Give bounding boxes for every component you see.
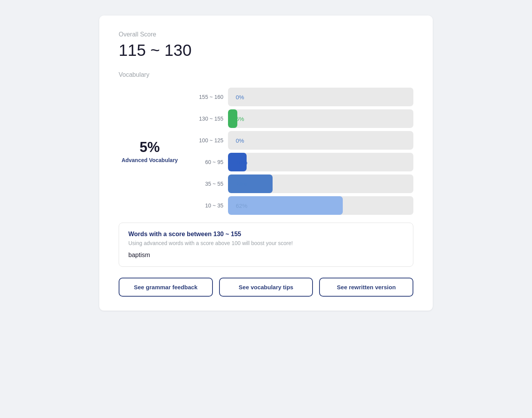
info-box-subtitle: Using advanced words with a score above …: [128, 240, 404, 246]
bar-track: 24%: [228, 174, 413, 193]
bar-row: 10 ~ 3562%: [192, 196, 413, 215]
bar-row: 60 ~ 9510%: [192, 153, 413, 171]
vocabulary-section-label: Vocabulary: [119, 71, 413, 78]
info-box-word: baptism: [128, 252, 404, 259]
bar-track: 62%: [228, 196, 413, 215]
bar-row: 130 ~ 1555%: [192, 109, 413, 128]
bar-percent-label: 0%: [232, 137, 244, 144]
bars-container: 155 ~ 1600%130 ~ 1555%100 ~ 1250%60 ~ 95…: [192, 88, 413, 215]
main-card: Overall Score 115 ~ 130 Vocabulary 5% Ad…: [99, 16, 433, 311]
advanced-vocab-label: Advanced Vocabulary: [119, 157, 181, 163]
action-button-grammar[interactable]: See grammar feedback: [119, 278, 213, 297]
info-box-title: Words with a score between 130 ~ 155: [128, 231, 404, 238]
bar-track: 5%: [228, 109, 413, 128]
action-button-rewritten[interactable]: See rewritten version: [319, 278, 413, 297]
bar-percent-label: 24%: [232, 181, 247, 187]
bar-range-label: 60 ~ 95: [192, 159, 223, 165]
chart-section: 5% Advanced Vocabulary 155 ~ 1600%130 ~ …: [119, 88, 413, 215]
advanced-vocab-percent: 5%: [119, 139, 181, 155]
bar-track: 10%: [228, 153, 413, 171]
info-box: Words with a score between 130 ~ 155 Usi…: [119, 223, 413, 267]
bar-percent-label: 0%: [232, 94, 244, 100]
action-button-vocabulary[interactable]: See vocabulary tips: [219, 278, 313, 297]
bar-percent-label: 10%: [232, 159, 247, 166]
bar-range-label: 35 ~ 55: [192, 181, 223, 187]
bar-track: 0%: [228, 88, 413, 106]
bar-row: 35 ~ 5524%: [192, 174, 413, 193]
buttons-row: See grammar feedbackSee vocabulary tipsS…: [119, 278, 413, 297]
bar-range-label: 100 ~ 125: [192, 137, 223, 143]
overall-score-label: Overall Score: [119, 31, 413, 38]
bar-range-label: 155 ~ 160: [192, 94, 223, 100]
bar-range-label: 130 ~ 155: [192, 116, 223, 122]
bar-row: 100 ~ 1250%: [192, 131, 413, 150]
bar-row: 155 ~ 1600%: [192, 88, 413, 106]
overall-score-value: 115 ~ 130: [119, 41, 413, 60]
bar-percent-label: 5%: [232, 116, 244, 122]
advanced-vocab-stat: 5% Advanced Vocabulary: [119, 139, 181, 163]
bar-percent-label: 62%: [232, 202, 247, 209]
bar-range-label: 10 ~ 35: [192, 202, 223, 209]
bar-track: 0%: [228, 131, 413, 150]
